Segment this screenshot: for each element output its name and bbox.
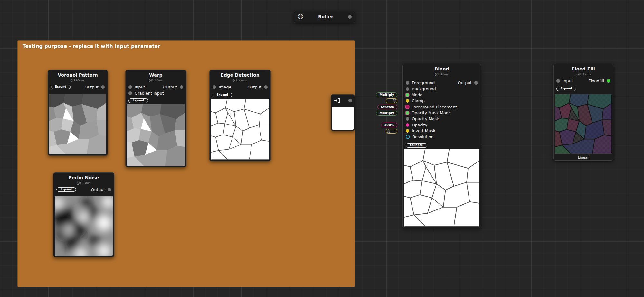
node-perlin-noise[interactable]: Perlin Noise ∑0.13ms Expand Output: [53, 172, 114, 257]
port-mode-connector[interactable]: [406, 93, 409, 97]
node-compute-time: ∑91.19ms: [554, 72, 613, 76]
warp-preview-image: [127, 104, 185, 166]
port-opacity-mask-connector[interactable]: [406, 117, 409, 121]
port-opacity-mask-label: Opacity Mask: [412, 116, 439, 121]
port-blend-output[interactable]: [474, 81, 478, 85]
port-background-connector[interactable]: [406, 87, 409, 91]
node-title: Flood Fill: [554, 66, 613, 71]
port-opacity-mask-mode-connector[interactable]: [406, 111, 409, 115]
node-input-portal[interactable]: [331, 94, 355, 131]
port-image-label: Image: [219, 85, 231, 89]
node-title: Edge Detection: [210, 72, 270, 78]
blend-value-badge-opacity[interactable]: 100%: [381, 123, 397, 127]
port-floodfill-output[interactable]: [607, 79, 610, 83]
blend-toggle-clamp[interactable]: [386, 98, 397, 103]
port-warp-gradient-input[interactable]: [128, 91, 132, 95]
expand-button[interactable]: Expand: [51, 85, 71, 89]
toggle-knob[interactable]: [387, 129, 390, 133]
node-title: Warp: [126, 72, 186, 78]
port-output-label: Output: [163, 85, 177, 89]
port-output-label: Output: [458, 80, 472, 85]
blend-port-row-opacity-mask[interactable]: Opacity Mask: [403, 116, 481, 122]
node-edge-detection[interactable]: Edge Detection ∑1.25ms Image Output Expa…: [209, 70, 271, 161]
port-opacity-label: Opacity: [412, 123, 427, 127]
expand-button[interactable]: Expand: [213, 93, 232, 97]
floodfill-preview-image: [555, 94, 612, 154]
port-floodfill-label: Floodfill: [588, 79, 604, 83]
node-compute-time: ∑0.13ms: [53, 181, 114, 185]
blend-port-row-opacity[interactable]: Opacity: [403, 122, 481, 128]
node-flood-fill[interactable]: Flood Fill ∑91.19ms Input Floodfill Expa…: [553, 64, 613, 161]
node-compute-time: ∑0.17ms: [126, 79, 186, 82]
blend-port-row-foreground-placement[interactable]: Foreground Placement: [403, 104, 481, 110]
port-clamp-connector[interactable]: [406, 99, 409, 103]
blend-preview-image: [404, 149, 479, 227]
blend-port-row-resolution[interactable]: Resolution: [403, 134, 481, 140]
node-title: Buffer: [303, 14, 348, 19]
port-output-label: Output: [85, 85, 99, 89]
blend-value-badge-opacity-mask-mode[interactable]: Multiply: [376, 111, 397, 116]
blend-port-row-clamp[interactable]: Clamp: [403, 98, 481, 104]
comment-group-title: Testing purpose - replace it with input …: [18, 41, 355, 49]
port-output-label: Output: [91, 187, 105, 192]
port-invert-mask-label: Invert Mask: [412, 128, 435, 133]
node-buffer[interactable]: ⌘ Buffer: [294, 11, 355, 23]
port-warp-input[interactable]: [128, 85, 132, 89]
node-compute-time: ∑1.34ms: [403, 72, 481, 76]
port-resolution-label: Resolution: [412, 135, 433, 139]
port-output-label: Output: [248, 85, 261, 89]
floodfill-mode-label: Linear: [554, 155, 613, 160]
blend-value-badge-foreground-placement[interactable]: Stretch: [377, 105, 397, 109]
expand-button[interactable]: Expand: [56, 187, 76, 192]
port-floodfill-input[interactable]: [556, 79, 560, 83]
blend-port-row-background[interactable]: Background: [403, 86, 481, 92]
collapse-button[interactable]: Collapse: [406, 143, 427, 148]
port-voronoi-output[interactable]: [101, 85, 105, 89]
node-title: Perlin Noise: [53, 175, 114, 180]
port-portal-output[interactable]: [348, 99, 352, 102]
port-edge-image-input[interactable]: [213, 85, 216, 89]
port-foreground-placement-connector[interactable]: [406, 105, 409, 108]
port-resolution-connector[interactable]: [406, 135, 410, 139]
expand-button[interactable]: Expand: [128, 98, 148, 103]
node-graph-canvas[interactable]: Testing purpose - replace it with input …: [0, 0, 644, 297]
portal-preview-image: [332, 107, 354, 130]
port-mode-label: Mode: [412, 92, 422, 97]
node-title: Voronoi Pattern: [48, 72, 108, 78]
voronoi-preview-image: [49, 94, 106, 154]
blend-toggle-invert-mask[interactable]: [386, 129, 397, 134]
port-buffer-output[interactable]: [348, 15, 352, 19]
expand-button[interactable]: Expand: [556, 87, 576, 91]
node-warp[interactable]: Warp ∑0.17ms Input Output Gradient Input…: [125, 70, 186, 167]
port-background-label: Background: [412, 87, 436, 91]
port-opacity-connector[interactable]: [406, 123, 409, 127]
port-perlin-output[interactable]: [108, 188, 111, 191]
port-foreground-label: Foreground: [412, 80, 435, 85]
input-arrow-icon: [334, 98, 340, 103]
node-compute-time: ∑1.25ms: [210, 79, 270, 82]
perlin-preview-image: [55, 196, 113, 256]
port-opacity-mask-mode-label: Opacity Mask Mode: [412, 110, 451, 115]
port-input-label: Input: [135, 85, 145, 89]
port-foreground-placement-label: Foreground Placement: [412, 105, 457, 109]
blend-value-badge-mode[interactable]: Multiply: [376, 92, 397, 97]
port-edge-output[interactable]: [264, 85, 268, 89]
port-foreground-connector[interactable]: [406, 81, 409, 85]
node-title: Blend: [403, 66, 481, 71]
blend-port-row-mode[interactable]: Mode: [403, 92, 481, 98]
node-compute-time: ∑3.65ms: [48, 79, 108, 82]
port-invert-mask-connector[interactable]: [406, 129, 409, 133]
node-blend[interactable]: Blend ∑1.34ms ForegroundBackgroundModeCl…: [402, 64, 481, 228]
port-gradient-input-label: Gradient Input: [135, 91, 164, 96]
blend-port-row-invert-mask[interactable]: Invert Mask: [403, 128, 481, 134]
node-voronoi-pattern[interactable]: Voronoi Pattern ∑3.65ms Expand Output: [48, 70, 108, 156]
port-clamp-label: Clamp: [412, 98, 425, 103]
port-input-label: Input: [563, 79, 573, 83]
toggle-knob[interactable]: [393, 99, 396, 103]
command-icon: ⌘: [298, 14, 303, 20]
edge-detection-preview-image: [211, 99, 269, 160]
blend-port-row-opacity-mask-mode[interactable]: Opacity Mask Mode: [403, 110, 481, 116]
port-warp-output[interactable]: [180, 85, 183, 89]
